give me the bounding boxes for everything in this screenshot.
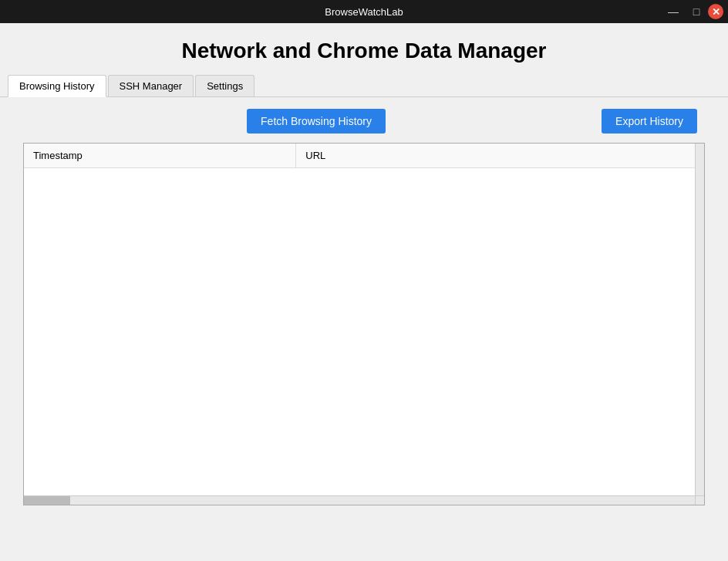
tab-browsing-history[interactable]: Browsing History xyxy=(8,75,106,97)
app-title: Network and Chrome Data Manager xyxy=(0,23,728,75)
history-table: Timestamp URL xyxy=(24,144,704,168)
scrollbar-vertical[interactable] xyxy=(695,144,704,495)
history-table-wrapper: Timestamp URL xyxy=(23,143,705,505)
table-header-row: Timestamp URL xyxy=(24,144,704,168)
maximize-button[interactable]: □ xyxy=(685,0,708,23)
tab-content-browsing-history: Fetch Browsing History Export History Ti… xyxy=(0,97,728,517)
tab-settings[interactable]: Settings xyxy=(195,75,254,96)
title-bar-text: BrowseWatchLab xyxy=(325,6,403,18)
scrollbar-corner xyxy=(695,495,704,505)
toolbar-right: Export History xyxy=(602,109,697,133)
minimize-button[interactable]: — xyxy=(662,0,685,23)
close-button[interactable]: ✕ xyxy=(708,4,723,19)
tabs-container: Browsing History SSH Manager Settings xyxy=(0,75,728,97)
toolbar: Fetch Browsing History Export History xyxy=(15,109,713,133)
tab-ssh-manager[interactable]: SSH Manager xyxy=(108,75,194,96)
column-header-timestamp: Timestamp xyxy=(24,144,296,168)
export-history-button[interactable]: Export History xyxy=(602,109,697,133)
app-container: Network and Chrome Data Manager Browsing… xyxy=(0,23,728,517)
toolbar-left: Fetch Browsing History xyxy=(31,109,602,133)
scrollbar-horizontal[interactable] xyxy=(24,495,695,505)
table-scroll-area[interactable]: Timestamp URL xyxy=(24,144,704,505)
title-bar-controls: — □ ✕ xyxy=(662,0,728,23)
column-header-url: URL xyxy=(296,144,704,168)
fetch-browsing-history-button[interactable]: Fetch Browsing History xyxy=(247,109,386,133)
scrollbar-horizontal-thumb[interactable] xyxy=(24,496,70,505)
title-bar: BrowseWatchLab — □ ✕ xyxy=(0,0,728,23)
